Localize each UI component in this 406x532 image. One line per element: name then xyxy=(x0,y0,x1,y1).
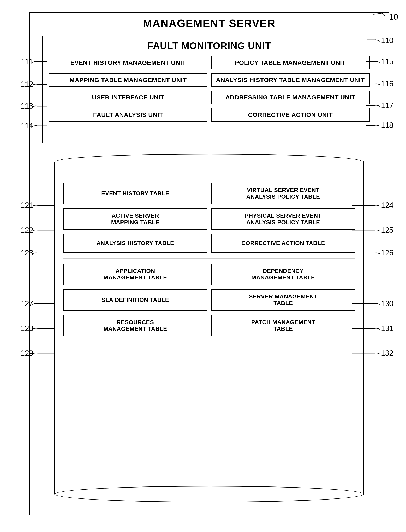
table-application-mgmt: APPLICATIONMANAGEMENT TABLE xyxy=(63,264,207,285)
unit-addressing-table-mgmt: ADDRESSING TABLE MANAGEMENT UNIT xyxy=(211,91,370,104)
units-grid: EVENT HISTORY MANAGEMENT UNIT POLICY TAB… xyxy=(43,51,376,126)
database-cylinder: EVENT HISTORY TABLE VIRTUAL SERVER EVENT… xyxy=(54,154,364,502)
db-section-1: EVENT HISTORY TABLE VIRTUAL SERVER EVENT… xyxy=(63,183,355,252)
unit-fault-analysis: FAULT ANALYSIS UNIT xyxy=(49,108,207,122)
unit-analysis-history-mgmt: ANALYSIS HISTORY TABLE MANAGEMENT UNIT xyxy=(211,73,370,87)
unit-corrective-action: CORRECTIVE ACTION UNIT xyxy=(211,108,370,122)
outer-box: MANAGEMENT SERVER FAULT MONITORING UNIT … xyxy=(29,12,389,515)
unit-mapping-table-mgmt: MAPPING TABLE MANAGEMENT UNIT xyxy=(49,73,207,87)
unit-policy-table-mgmt: POLICY TABLE MANAGEMENT UNIT xyxy=(211,56,370,70)
table-sla-definition: SLA DEFINITION TABLE xyxy=(63,289,207,311)
table-patch-mgmt: PATCH MANAGEMENTTABLE xyxy=(211,315,355,336)
cylinder-bottom xyxy=(54,486,364,502)
fault-monitoring-title: FAULT MONITORING UNIT xyxy=(43,36,376,51)
table-physical-server-event: PHYSICAL SERVER EVENTANALYSIS POLICY TAB… xyxy=(211,208,355,230)
db-tables-wrapper: EVENT HISTORY TABLE VIRTUAL SERVER EVENT… xyxy=(63,183,355,473)
table-analysis-history: ANALYSIS HISTORY TABLE xyxy=(63,234,207,252)
fault-monitoring-box: FAULT MONITORING UNIT EVENT HISTORY MANA… xyxy=(42,36,376,143)
cylinder-body: EVENT HISTORY TABLE VIRTUAL SERVER EVENT… xyxy=(54,162,364,494)
ref-10: 10 xyxy=(389,13,398,21)
table-dependency-mgmt: DEPENDENCYMANAGEMENT TABLE xyxy=(211,264,355,285)
section-divider xyxy=(63,258,355,259)
table-active-server-mapping: ACTIVE SERVERMAPPING TABLE xyxy=(63,208,207,230)
table-virtual-server-event: VIRTUAL SERVER EVENTANALYSIS POLICY TABL… xyxy=(211,183,355,204)
table-server-mgmt: SERVER MANAGEMENTTABLE xyxy=(211,289,355,311)
management-server-title: MANAGEMENT SERVER xyxy=(30,17,389,30)
table-resources-mgmt: RESOURCESMANAGEMENT TABLE xyxy=(63,315,207,336)
db-section-2: APPLICATIONMANAGEMENT TABLE DEPENDENCYMA… xyxy=(63,264,355,336)
unit-user-interface: USER INTERFACE UNIT xyxy=(49,91,207,104)
table-corrective-action: CORRECTIVE ACTION TABLE xyxy=(211,234,355,252)
table-event-history: EVENT HISTORY TABLE xyxy=(63,183,207,204)
page: MANAGEMENT SERVER FAULT MONITORING UNIT … xyxy=(0,0,406,532)
unit-event-history-mgmt: EVENT HISTORY MANAGEMENT UNIT xyxy=(49,56,207,70)
